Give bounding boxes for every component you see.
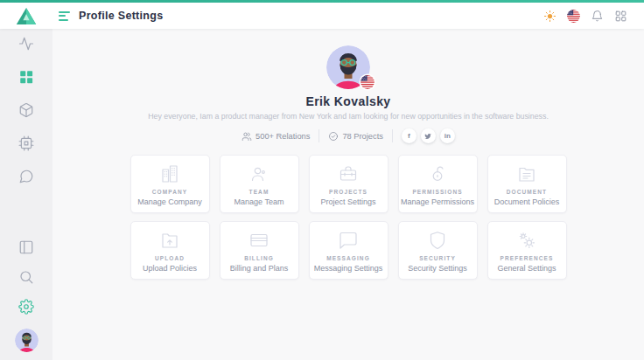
projects-label: 78 Projects — [342, 132, 383, 141]
card-category: PREFERENCES — [500, 255, 554, 261]
sidebar-top-nav — [18, 36, 34, 184]
card-category: MESSAGING — [326, 255, 370, 261]
card-category: BILLING — [244, 255, 274, 261]
sidebar — [0, 29, 52, 360]
card-category: PERMISSIONS — [412, 189, 462, 195]
users-icon — [242, 131, 252, 142]
sun-icon[interactable] — [542, 9, 557, 24]
sidebar-user-avatar[interactable] — [15, 329, 38, 352]
settings-card[interactable]: SECURITY Security Settings — [398, 221, 478, 280]
settings-gear-icon[interactable] — [18, 299, 34, 315]
sidebar-bottom-nav — [15, 239, 38, 352]
app-logo[interactable] — [0, 7, 52, 25]
layout-icon[interactable] — [18, 239, 34, 255]
facebook-icon[interactable]: f — [402, 128, 416, 143]
search-icon[interactable] — [18, 269, 34, 285]
card-link[interactable]: Security Settings — [408, 264, 467, 273]
grid-icon[interactable] — [18, 69, 34, 85]
gears-icon — [516, 229, 537, 252]
check-circle-icon — [328, 131, 339, 142]
profile-bio: Hey everyone, Iam a product manager from… — [148, 112, 549, 121]
settings-card[interactable]: PREFERENCES General Settings — [487, 221, 567, 280]
us-flag-badge-icon — [360, 75, 374, 89]
us-flag-icon[interactable] — [566, 9, 581, 24]
card-category: UPLOAD — [155, 255, 185, 261]
profile-name: Erik Kovalsky — [305, 94, 390, 108]
card-link[interactable]: Manage Permissions — [401, 197, 474, 206]
briefcase-icon — [338, 163, 359, 185]
profile-stats: 500+ Relations 78 Projects f in — [242, 128, 455, 143]
divider — [392, 129, 393, 142]
app-header: Profile Settings — [0, 3, 644, 29]
document-icon — [516, 163, 537, 185]
bell-icon[interactable] — [590, 9, 605, 24]
activity-icon[interactable] — [18, 36, 34, 52]
card-link[interactable]: Manage Team — [234, 197, 284, 206]
unlock-icon — [427, 163, 448, 185]
settings-card[interactable]: MESSAGING Messaging Settings — [309, 221, 388, 280]
profile-avatar — [326, 45, 370, 89]
page-title: Profile Settings — [79, 10, 163, 22]
card-category: PROJECTS — [329, 189, 368, 195]
cpu-icon[interactable] — [18, 135, 34, 151]
settings-card[interactable]: DOCUMENT Document Policies — [487, 155, 567, 213]
settings-card[interactable]: UPLOAD Upload Policies — [130, 221, 210, 280]
settings-card[interactable]: PROJECTS Project Settings — [309, 155, 388, 213]
upload-icon — [159, 229, 180, 252]
chat-bubble-icon[interactable] — [18, 169, 34, 184]
building-icon — [159, 163, 180, 185]
card-category: SECURITY — [419, 255, 456, 261]
top-accent-bar — [0, 0, 644, 3]
logo-triangle-icon — [16, 7, 37, 25]
relations-label: 500+ Relations — [256, 132, 310, 141]
settings-card[interactable]: COMPANY Manage Company — [130, 155, 210, 213]
settings-card[interactable]: PERMISSIONS Manage Permissions — [398, 155, 478, 213]
shield-icon — [427, 229, 448, 252]
divider — [318, 129, 319, 142]
main-content: Erik Kovalsky Hey everyone, Iam a produc… — [52, 29, 644, 360]
message-icon — [338, 229, 359, 252]
apps-grid-icon[interactable] — [613, 9, 628, 24]
social-links: f in — [402, 128, 455, 143]
twitter-icon[interactable] — [421, 128, 436, 143]
settings-card[interactable]: TEAM Manage Team — [220, 155, 299, 213]
linkedin-icon[interactable]: in — [440, 128, 455, 143]
card-link[interactable]: Upload Policies — [143, 264, 197, 273]
relations-stat: 500+ Relations — [242, 131, 310, 142]
credit-card-icon — [248, 229, 270, 252]
header-actions — [542, 9, 644, 24]
card-category: DOCUMENT — [507, 189, 547, 195]
cards-grid: COMPANY Manage Company TEAM Manage Team … — [130, 155, 567, 280]
box-icon[interactable] — [18, 102, 34, 118]
team-icon — [248, 163, 270, 185]
card-link[interactable]: Project Settings — [320, 197, 375, 206]
card-link[interactable]: Messaging Settings — [314, 264, 383, 273]
card-link[interactable]: General Settings — [497, 264, 556, 273]
card-link[interactable]: Manage Company — [137, 197, 202, 206]
card-category: COMPANY — [152, 189, 187, 195]
card-link[interactable]: Billing and Plans — [230, 264, 289, 273]
card-link[interactable]: Document Policies — [494, 197, 560, 206]
projects-stat: 78 Projects — [328, 131, 383, 142]
card-category: TEAM — [249, 189, 270, 195]
settings-card[interactable]: BILLING Billing and Plans — [220, 221, 299, 280]
menu-toggle-icon[interactable] — [59, 11, 70, 21]
